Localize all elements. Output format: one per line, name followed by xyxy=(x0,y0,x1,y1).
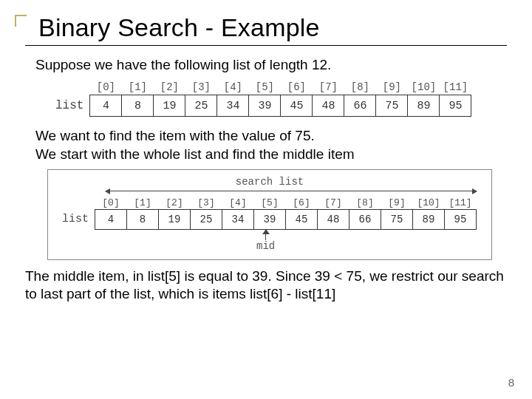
slide: Binary Search - Example Suppose we have … xyxy=(0,0,532,399)
value-cell: 19 xyxy=(159,209,191,229)
index-cell: [8] xyxy=(349,197,381,210)
index-cell: [2] xyxy=(159,197,191,210)
value-cell: 89 xyxy=(413,209,445,229)
value-cell: 45 xyxy=(286,209,318,229)
value-cell: 25 xyxy=(185,95,217,117)
index-cell: [0] xyxy=(90,80,122,95)
conclusion-text: The middle item, in list[5] is equal to … xyxy=(25,267,507,304)
value-cell: 48 xyxy=(313,95,344,117)
value-cell: 66 xyxy=(344,95,376,117)
index-row: [0] [1] [2] [3] [4] [5] [6] [7] [8] [9] … xyxy=(61,197,477,210)
search-list-table-wrap: [0] [1] [2] [3] [4] [5] [6] [7] [8] [9] … xyxy=(61,197,478,230)
value-cell: 39 xyxy=(254,209,286,229)
title-rule xyxy=(25,45,507,46)
value-cell: 4 xyxy=(90,95,122,117)
corner-decoration xyxy=(15,15,27,27)
value-cell: 75 xyxy=(376,95,408,117)
figure-list: [0] [1] [2] [3] [4] [5] [6] [7] [8] [9] … xyxy=(55,80,497,117)
value-cell: 19 xyxy=(154,95,185,117)
figure-search-list: search list [0] [1] [2] [3] [4] [5] [6] … xyxy=(47,169,492,260)
index-cell: [5] xyxy=(254,197,286,210)
index-cell: [7] xyxy=(318,197,349,210)
index-cell: [8] xyxy=(344,80,376,95)
value-cell: 45 xyxy=(281,95,313,117)
double-arrow-icon xyxy=(106,191,477,191)
list-label: list xyxy=(61,209,95,229)
value-row: list 4 8 19 25 34 39 45 48 66 75 89 95 xyxy=(55,95,471,117)
index-cell: [0] xyxy=(95,197,127,210)
index-cell: [2] xyxy=(154,80,185,95)
index-cell: [5] xyxy=(249,80,281,95)
mid-label: mid xyxy=(256,240,275,252)
index-row: [0] [1] [2] [3] [4] [5] [6] [7] [8] [9] … xyxy=(55,80,471,95)
index-cell: [1] xyxy=(127,197,159,210)
arrow-shaft xyxy=(265,230,266,240)
list-label: list xyxy=(55,95,90,117)
index-cell: [3] xyxy=(185,80,217,95)
index-cell: [6] xyxy=(286,197,318,210)
blank-cell xyxy=(55,80,90,95)
arrow-up-icon xyxy=(262,229,270,234)
mid-text-1: We want to find the item with the value … xyxy=(35,127,507,145)
mid-arrow: mid xyxy=(104,230,478,253)
index-cell: [10] xyxy=(408,80,440,95)
index-cell: [6] xyxy=(281,80,313,95)
index-cell: [4] xyxy=(222,197,254,210)
index-cell: [9] xyxy=(381,197,413,210)
mid-text-2: We start with the whole list and find th… xyxy=(35,146,507,163)
value-cell: 95 xyxy=(445,209,477,229)
value-cell: 34 xyxy=(222,209,254,229)
index-cell: [4] xyxy=(217,80,249,95)
value-cell: 48 xyxy=(318,209,349,229)
value-cell: 34 xyxy=(217,95,249,117)
value-cell: 75 xyxy=(381,209,413,229)
blank-cell xyxy=(61,197,95,210)
page-number: 8 xyxy=(508,376,514,389)
value-cell: 66 xyxy=(349,209,381,229)
search-list-table: [0] [1] [2] [3] [4] [5] [6] [7] [8] [9] … xyxy=(61,197,477,230)
index-cell: [7] xyxy=(313,80,344,95)
index-cell: [11] xyxy=(445,197,477,210)
value-cell: 8 xyxy=(122,95,154,117)
index-cell: [9] xyxy=(376,80,408,95)
index-cell: [1] xyxy=(122,80,154,95)
index-cell: [10] xyxy=(413,197,445,210)
index-cell: [11] xyxy=(440,80,471,95)
value-cell: 39 xyxy=(249,95,281,117)
span-arrow-row xyxy=(104,186,478,197)
intro-text: Suppose we have the following list of le… xyxy=(35,56,507,74)
page-title: Binary Search - Example xyxy=(38,13,507,42)
value-cell: 25 xyxy=(191,209,222,229)
index-cell: [3] xyxy=(191,197,222,210)
value-cell: 8 xyxy=(127,209,159,229)
list-table: [0] [1] [2] [3] [4] [5] [6] [7] [8] [9] … xyxy=(55,80,471,117)
value-cell: 95 xyxy=(440,95,471,117)
value-row: list 4 8 19 25 34 39 45 48 66 75 89 95 xyxy=(61,209,477,229)
value-cell: 4 xyxy=(95,209,127,229)
value-cell: 89 xyxy=(408,95,440,117)
